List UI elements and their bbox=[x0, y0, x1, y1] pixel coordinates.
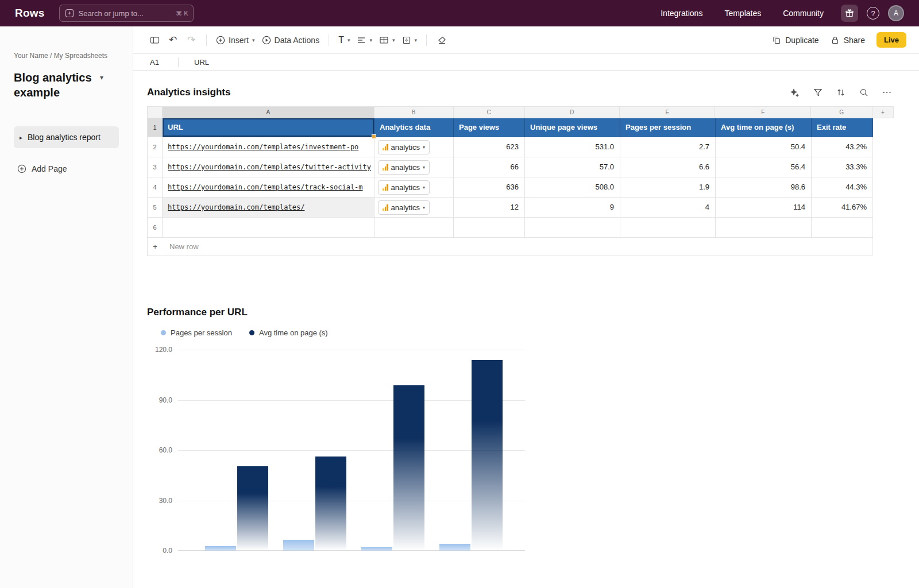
cell-format-button[interactable]: ▾ bbox=[376, 32, 398, 49]
sidebar-item-blog-analytics-report[interactable]: ▸ Blog analytics report bbox=[14, 126, 119, 148]
analytics-dropdown[interactable]: analytics ▾ bbox=[378, 180, 430, 195]
cell-page-views[interactable]: 623 bbox=[454, 137, 525, 157]
analytics-dropdown[interactable]: analytics ▾ bbox=[378, 160, 430, 175]
row-number[interactable]: 3 bbox=[148, 157, 163, 177]
column-header-F[interactable]: F bbox=[715, 107, 811, 118]
cell-page-views[interactable]: 636 bbox=[454, 177, 525, 198]
cell-empty[interactable] bbox=[620, 218, 716, 238]
cell-exit-rate[interactable]: 44.3% bbox=[812, 177, 873, 198]
cell-G1[interactable]: Exit rate bbox=[812, 118, 873, 137]
sidebar-toggle-button[interactable] bbox=[146, 32, 163, 49]
column-header-G[interactable]: G bbox=[811, 107, 872, 118]
chevron-down-icon: ▾ bbox=[423, 205, 425, 210]
cell-avg-time[interactable]: 98.6 bbox=[716, 177, 812, 198]
cell-avg-time[interactable]: 50.4 bbox=[716, 137, 812, 157]
column-header-A[interactable]: A bbox=[163, 107, 374, 118]
alignment-button[interactable]: ▾ bbox=[354, 32, 375, 49]
ai-sparkle-icon[interactable] bbox=[790, 88, 800, 98]
add-page-label: Add Page bbox=[32, 164, 67, 173]
cell-url[interactable]: https://yourdomain.com/templates/twitter… bbox=[163, 157, 374, 177]
legend-item-pages-per-session[interactable]: Pages per session bbox=[161, 328, 232, 337]
column-header-D[interactable]: D bbox=[525, 107, 620, 118]
more-options-icon[interactable]: ⋯ bbox=[882, 90, 891, 95]
row-number[interactable]: 4 bbox=[148, 177, 163, 198]
chevron-down-icon: ▾ bbox=[392, 37, 395, 43]
row-number-1[interactable]: 1 bbox=[148, 118, 163, 137]
cell-empty[interactable] bbox=[716, 218, 812, 238]
column-header-B[interactable]: B bbox=[374, 107, 454, 118]
cell-C1[interactable]: Page views bbox=[454, 118, 525, 137]
cell-pages-per-session[interactable]: 1.9 bbox=[620, 177, 716, 198]
data-actions-button[interactable]: Data Actions bbox=[259, 32, 323, 49]
divider bbox=[426, 34, 427, 46]
rows-logo[interactable]: Rows bbox=[15, 7, 44, 20]
insert-button[interactable]: Insert ▾ bbox=[213, 32, 258, 49]
search-input[interactable]: Search or jump to... ⌘ K bbox=[59, 5, 194, 22]
cell-reference[interactable]: A1 bbox=[133, 58, 164, 67]
cell-url[interactable]: https://yourdomain.com/templates/investm… bbox=[163, 137, 374, 157]
cell-pages-per-session[interactable]: 6.6 bbox=[620, 157, 716, 177]
chart-title[interactable]: Performance per URL bbox=[147, 307, 919, 318]
text-format-button[interactable]: T ▾ bbox=[335, 32, 353, 49]
duplicate-button[interactable]: Duplicate bbox=[772, 36, 818, 45]
cell-avg-time[interactable]: 56.4 bbox=[716, 157, 812, 177]
cell-empty[interactable] bbox=[812, 218, 873, 238]
filter-icon[interactable] bbox=[813, 88, 823, 97]
nav-templates[interactable]: Templates bbox=[724, 9, 761, 18]
cell-unique-page-views[interactable]: 57.0 bbox=[525, 157, 620, 177]
cell-url[interactable]: https://yourdomain.com/templates/track-s… bbox=[163, 177, 374, 198]
formula-input[interactable]: URL bbox=[194, 58, 919, 67]
new-row-button[interactable]: + New row bbox=[147, 238, 872, 256]
borders-button[interactable]: ▾ bbox=[399, 32, 420, 49]
undo-button[interactable]: ↶ bbox=[164, 32, 182, 49]
breadcrumb-section[interactable]: My Spreadsheets bbox=[54, 52, 107, 60]
fill-handle[interactable] bbox=[372, 134, 376, 139]
gift-button[interactable] bbox=[841, 5, 858, 22]
cell-pages-per-session[interactable]: 2.7 bbox=[620, 137, 716, 157]
cell-D1[interactable]: Unique page views bbox=[525, 118, 620, 137]
cell-unique-page-views[interactable]: 9 bbox=[525, 198, 620, 218]
add-column-button[interactable]: + bbox=[872, 107, 894, 118]
share-button[interactable]: Share bbox=[831, 36, 865, 45]
add-page-button[interactable]: Add Page bbox=[14, 164, 119, 173]
cell-E1[interactable]: Pages per session bbox=[620, 118, 716, 137]
search-icon[interactable] bbox=[859, 88, 868, 97]
nav-community[interactable]: Community bbox=[783, 9, 824, 18]
sort-icon[interactable] bbox=[836, 88, 845, 97]
column-header-E[interactable]: E bbox=[620, 107, 715, 118]
row-number[interactable]: 2 bbox=[148, 137, 163, 157]
cell-F1[interactable]: Avg time on page (s) bbox=[716, 118, 812, 137]
corner-cell[interactable] bbox=[148, 107, 163, 118]
cell-B1[interactable]: Analytics data bbox=[374, 118, 454, 137]
cell-exit-rate[interactable]: 33.3% bbox=[812, 157, 873, 177]
cell-exit-rate[interactable]: 43.2% bbox=[812, 137, 873, 157]
analytics-dropdown[interactable]: analytics ▾ bbox=[378, 200, 430, 215]
analytics-dropdown[interactable]: analytics ▾ bbox=[378, 140, 430, 154]
avatar[interactable]: A bbox=[888, 5, 904, 21]
cell-empty[interactable] bbox=[163, 218, 374, 238]
clear-format-button[interactable] bbox=[433, 32, 450, 49]
workbook-title-menu[interactable]: Blog analytics example ▾ bbox=[14, 70, 119, 100]
cell-unique-page-views[interactable]: 531.0 bbox=[525, 137, 620, 157]
redo-button[interactable]: ↷ bbox=[183, 32, 200, 49]
row-number[interactable]: 6 bbox=[148, 218, 163, 238]
cell-page-views[interactable]: 12 bbox=[454, 198, 525, 218]
cell-A1-selected[interactable]: URL bbox=[163, 118, 374, 137]
cell-avg-time[interactable]: 114 bbox=[716, 198, 812, 218]
cell-pages-per-session[interactable]: 4 bbox=[620, 198, 716, 218]
cell-empty[interactable] bbox=[454, 218, 525, 238]
table-title[interactable]: Analytics insights bbox=[147, 87, 230, 98]
live-button[interactable]: Live bbox=[876, 32, 906, 48]
legend-item-avg-time[interactable]: Avg time on page (s) bbox=[249, 328, 328, 337]
cell-empty[interactable] bbox=[525, 218, 620, 238]
cell-url[interactable]: https://yourdomain.com/templates/ bbox=[163, 198, 374, 218]
cell-exit-rate[interactable]: 41.67% bbox=[812, 198, 873, 218]
cell-page-views[interactable]: 66 bbox=[454, 157, 525, 177]
column-header-C[interactable]: C bbox=[454, 107, 525, 118]
cell-unique-page-views[interactable]: 508.0 bbox=[525, 177, 620, 198]
row-number[interactable]: 5 bbox=[148, 198, 163, 218]
cell-empty[interactable] bbox=[374, 218, 454, 238]
breadcrumb-user[interactable]: Your Name bbox=[14, 52, 48, 60]
nav-integrations[interactable]: Integrations bbox=[661, 9, 702, 18]
help-button[interactable]: ? bbox=[867, 7, 879, 20]
